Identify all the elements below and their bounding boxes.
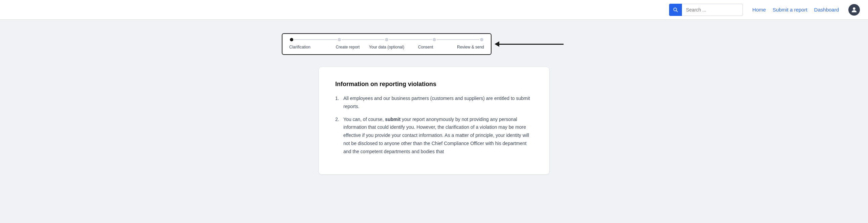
list-text-2: You can, of course, submit your report a… xyxy=(343,116,533,156)
step-line-3 xyxy=(389,39,432,40)
step-dot-5 xyxy=(480,38,483,41)
home-link[interactable]: Home xyxy=(752,7,766,13)
arrow-line xyxy=(499,44,564,45)
step-dot-4 xyxy=(433,38,436,41)
list-number-2: 2. xyxy=(335,116,341,156)
arrow-annotation xyxy=(495,41,579,47)
list-text-2-after: your report anonymously by not providing… xyxy=(343,117,529,154)
search-wrapper xyxy=(669,4,743,16)
list-text-2-bold: submit xyxy=(385,117,401,122)
step-label-5: Review & send xyxy=(445,45,484,49)
user-icon xyxy=(850,6,858,14)
stepper-dots xyxy=(289,38,484,41)
card-list: 1. All employees and our business partne… xyxy=(335,95,533,156)
step-label-4: Consent xyxy=(406,45,445,49)
content-card: Information on reporting violations 1. A… xyxy=(319,67,549,174)
list-item-2: 2. You can, of course, submit your repor… xyxy=(335,116,533,156)
main-content: Clarification Create report Your data (o… xyxy=(0,20,868,174)
stepper-labels: Clarification Create report Your data (o… xyxy=(289,45,484,49)
page-header: Home Submit a report Dashboard xyxy=(0,0,868,20)
step-dot-3 xyxy=(385,38,388,41)
avatar[interactable] xyxy=(848,4,860,16)
search-input[interactable] xyxy=(682,4,743,16)
step-label-2: Create report xyxy=(328,45,367,49)
svg-line-1 xyxy=(676,11,678,12)
step-label-1: Clarification xyxy=(289,45,328,49)
stepper-box: Clarification Create report Your data (o… xyxy=(282,33,492,55)
submit-report-link[interactable]: Submit a report xyxy=(773,7,807,13)
step-dot-2 xyxy=(338,38,341,41)
card-title: Information on reporting violations xyxy=(335,81,533,88)
svg-point-2 xyxy=(853,7,855,9)
step-label-3: Your data (optional) xyxy=(367,45,406,49)
list-text-1: All employees and our business partners … xyxy=(343,95,533,111)
step-line-1 xyxy=(294,39,337,40)
list-number-1: 1. xyxy=(335,95,341,111)
step-line-4 xyxy=(437,39,480,40)
list-item-1: 1. All employees and our business partne… xyxy=(335,95,533,111)
list-text-2-before: You can, of course, xyxy=(343,117,385,122)
dashboard-link[interactable]: Dashboard xyxy=(814,7,839,13)
stepper-area: Clarification Create report Your data (o… xyxy=(282,33,586,55)
step-line-2 xyxy=(342,39,385,40)
search-icon xyxy=(673,7,678,13)
search-button[interactable] xyxy=(669,4,682,16)
arrow-head xyxy=(495,41,499,47)
step-dot-1 xyxy=(290,38,293,41)
nav-links: Home Submit a report Dashboard xyxy=(752,7,839,13)
